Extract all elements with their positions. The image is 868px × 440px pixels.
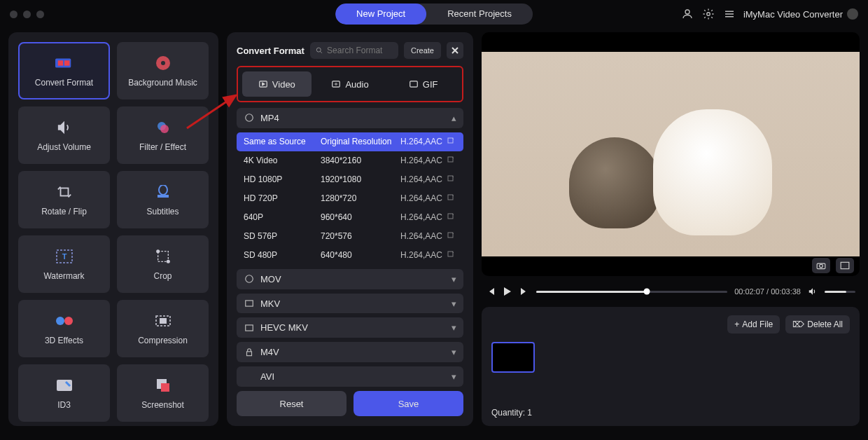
chevron-down-icon: ▾ [451,347,456,357]
minimize-window-icon[interactable] [23,11,31,18]
chevron-up-icon: ▴ [451,113,456,123]
format-section-m4v[interactable]: M4V ▾ [237,342,463,362]
save-button[interactable]: Save [354,391,463,416]
tool-3d-effects[interactable]: 3D Effects [18,300,110,357]
volume-slider[interactable] [825,291,855,293]
preset-row[interactable]: SD 576P 720*576 H.264,AAC [237,227,463,246]
tool-sidebar: Convert Format Background Music Adjust V… [8,32,218,426]
tool-label: Convert Format [35,78,93,88]
edit-preset-icon[interactable] [447,174,456,184]
svg-rect-30 [448,157,453,162]
tool-compression[interactable]: Compression [117,300,209,357]
search-format[interactable] [310,42,398,59]
preset-row[interactable]: 640P 960*640 H.264,AAC [237,208,463,227]
format-section-label: MOV [260,274,281,284]
tool-label: Watermark [43,271,84,281]
svg-rect-31 [448,176,453,181]
button-label: Add File [742,319,773,329]
tab-recent-projects[interactable]: Recent Projects [426,4,533,25]
tool-filter-effect[interactable]: Filter / Effect [117,106,209,164]
maximize-window-icon[interactable] [36,11,44,18]
menu-icon[interactable] [722,7,736,21]
edit-preset-icon[interactable] [447,156,456,165]
preset-row[interactable]: 4K Video 3840*2160 H.264,AAC [237,151,463,170]
tool-label: Compression [138,336,188,345]
next-button[interactable] [519,287,529,296]
preset-row[interactable]: HD 1080P 1920*1080 H.264,AAC [237,170,463,189]
video-content [569,137,660,228]
preset-row[interactable]: SD 480P 640*480 H.264,AAC [237,246,463,265]
tool-background-music[interactable]: Background Music [117,42,209,99]
close-window-icon[interactable] [10,11,18,18]
video-frame [482,52,860,256]
tool-label: Adjust Volume [37,142,91,152]
settings-icon[interactable] [701,7,715,21]
trash-icon: ⌦ [792,319,804,329]
close-panel-button[interactable] [447,42,463,59]
type-tab-label: Audio [345,79,368,90]
titlebar: New Project Recent Projects iMyMac Video… [0,0,868,28]
reset-button[interactable]: Reset [237,391,346,416]
type-tab-video[interactable]: Video [242,71,312,97]
tool-adjust-volume[interactable]: Adjust Volume [18,106,110,164]
type-tab-audio[interactable]: Audio [316,71,385,97]
volume-button[interactable] [808,287,818,296]
fullscreen-button[interactable] [836,258,854,273]
progress-bar[interactable] [536,291,727,293]
svg-point-17 [56,317,64,325]
preset-row[interactable]: Same as Source Original Resolution H.264… [237,132,463,151]
format-section-mkv[interactable]: MKV ▾ [237,294,463,314]
svg-rect-10 [159,185,167,195]
edit-preset-icon[interactable] [447,231,456,241]
edit-preset-icon[interactable] [447,212,456,222]
prev-button[interactable] [486,287,496,296]
play-button[interactable] [503,287,512,296]
tool-screenshot[interactable]: Screenshot [117,364,209,422]
container-icon [244,347,255,358]
edit-preset-icon[interactable] [447,193,456,203]
svg-point-15 [156,250,159,253]
snapshot-button[interactable] [812,258,830,273]
create-button[interactable]: Create [404,42,441,59]
close-icon [451,47,458,54]
format-section-mov[interactable]: MOV ▾ [237,269,463,289]
format-panel: Convert Format Create Video Audio GIF [227,32,473,426]
add-file-button[interactable]: +Add File [727,315,780,334]
tool-crop[interactable]: Crop [117,235,209,293]
format-section-avi[interactable]: AVI ▾ [237,366,463,387]
svg-point-41 [820,264,823,268]
tool-rotate-flip[interactable]: Rotate / Flip [18,171,110,228]
gif-icon [409,79,419,89]
edit-preset-icon[interactable] [447,250,456,260]
progress-thumb[interactable] [644,289,650,295]
preset-resolution: 3840*2160 [321,156,400,165]
player-controls: 00:02:07 / 00:03:38 [482,283,860,300]
search-input[interactable] [327,46,393,55]
edit-preset-icon[interactable] [447,137,456,146]
tool-convert-format[interactable]: Convert Format [18,42,110,99]
tool-watermark[interactable]: T Watermark [18,235,110,293]
format-section-label: MKV [260,298,280,309]
format-section-mp4[interactable]: MP4 ▴ [237,108,463,128]
svg-point-18 [64,317,73,325]
preset-row[interactable]: HD 720P 1280*720 H.264,AAC [237,189,463,208]
tool-id3[interactable]: ID3 [18,364,110,422]
queue-count: Quantity: 1 [491,408,850,418]
type-tab-gif[interactable]: GIF [388,71,458,97]
video-preview [482,32,860,276]
queue-thumbnail[interactable] [491,342,535,373]
delete-all-button[interactable]: ⌦Delete All [785,315,850,334]
svg-point-28 [246,114,253,122]
svg-text:T: T [62,252,66,261]
format-section-label: M4V [260,347,279,357]
crop-icon [154,247,172,266]
format-section-hevc-mkv[interactable]: HEVC MKV ▾ [237,317,463,338]
svg-rect-33 [448,214,453,219]
svg-rect-38 [246,325,253,331]
svg-rect-32 [448,195,453,200]
tool-subtitles[interactable]: Subtitles [117,171,209,228]
video-icon [258,79,268,89]
account-icon[interactable] [680,7,694,21]
chevron-down-icon: ▾ [451,371,456,382]
tab-new-project[interactable]: New Project [335,4,426,25]
